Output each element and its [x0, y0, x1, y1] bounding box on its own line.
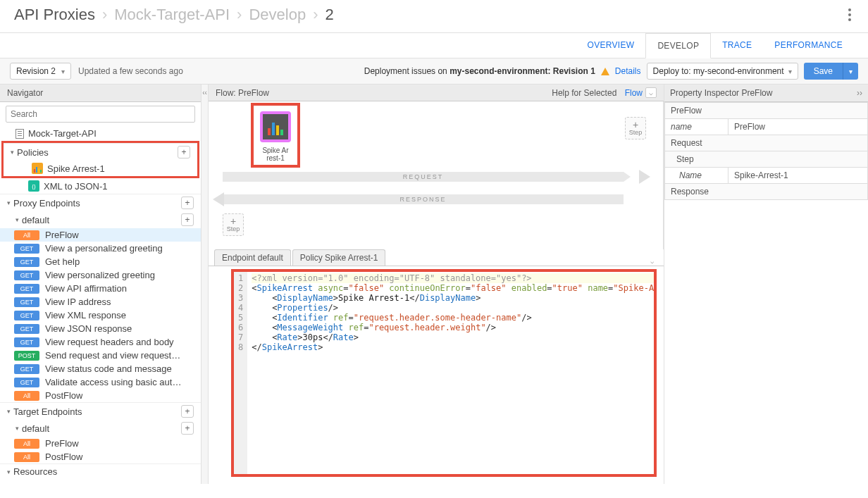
- flow-item[interactable]: AllPreFlow: [0, 437, 201, 450]
- flow-item[interactable]: POSTSend request and view request…: [0, 349, 201, 362]
- flow-label: Send request and view request…: [45, 350, 180, 361]
- expand-inspector-icon[interactable]: ››: [857, 88, 862, 98]
- code-editor[interactable]: 12345678 <?xml version="1.0" encoding="U…: [231, 269, 657, 477]
- nav-section-proxy-endpoints[interactable]: Proxy Endpoints +: [0, 194, 201, 211]
- arrow-right-icon: [639, 170, 650, 184]
- tab-trace[interactable]: TRACE: [711, 33, 763, 58]
- flow-item[interactable]: GETView request headers and body: [0, 335, 201, 349]
- prop-group-response: Response: [665, 184, 868, 200]
- breadcrumb-view[interactable]: Develop: [249, 6, 306, 24]
- flow-label: PreFlow: [45, 438, 79, 449]
- method-badge: GET: [14, 284, 39, 294]
- flow-label: View JSON response: [45, 323, 132, 334]
- method-badge: GET: [14, 337, 39, 347]
- flow-item[interactable]: GETView IP address: [0, 295, 201, 309]
- nav-target-default[interactable]: default +: [0, 420, 201, 437]
- editor-tab-endpoint[interactable]: Endpoint default: [214, 249, 291, 266]
- property-table: PreFlow namePreFlow Request Step NameSpi…: [664, 102, 868, 200]
- breadcrumb-rev: 2: [325, 6, 333, 24]
- flow-item[interactable]: GETView personalized greeting: [0, 268, 201, 282]
- collapse-flow-icon[interactable]: ⌵: [645, 87, 657, 98]
- menu-kebab-icon[interactable]: [845, 6, 854, 24]
- tab-develop[interactable]: DEVELOP: [645, 33, 711, 58]
- navigator-panel: Navigator Mock-Target-API Policies + Spi…: [0, 85, 202, 484]
- search-input[interactable]: [6, 106, 195, 123]
- method-badge: GET: [14, 257, 39, 267]
- flow-item[interactable]: GETView XML response: [0, 309, 201, 322]
- flow-label: PostFlow: [45, 452, 82, 462]
- save-caret-button[interactable]: ▾: [843, 63, 858, 80]
- help-flow-link[interactable]: Flow: [625, 88, 643, 98]
- flow-title: Flow: PreFlow: [216, 88, 269, 98]
- editor-tabs: Endpoint default Policy Spike Arrest-1 ⌵: [209, 249, 664, 266]
- method-badge: GET: [14, 364, 39, 374]
- prop-key-step-name: Name: [665, 168, 728, 184]
- tab-performance[interactable]: PERFORMANCE: [763, 33, 854, 58]
- arrow-left-icon: [213, 192, 224, 206]
- method-badge: GET: [14, 324, 39, 334]
- flow-item[interactable]: GETGet help: [0, 255, 201, 268]
- prop-group-request: Request: [665, 135, 868, 151]
- nav-proxy-default[interactable]: default +: [0, 211, 201, 228]
- prop-val-step-name[interactable]: Spike-Arrest-1: [728, 168, 868, 184]
- page-header: API Proxies › Mock-Target-API › Develop …: [0, 0, 868, 33]
- add-step-request[interactable]: +Step: [625, 117, 646, 139]
- collapse-sidebar-handle[interactable]: ‹‹: [202, 85, 209, 484]
- flow-label: View XML response: [45, 310, 126, 320]
- flow-label: Validate access using basic aut…: [45, 377, 181, 387]
- add-target-flow-button[interactable]: +: [181, 422, 194, 435]
- flow-label: View status code and message: [45, 363, 172, 374]
- prop-val-name[interactable]: PreFlow: [728, 119, 868, 135]
- flow-item[interactable]: GETView JSON response: [0, 322, 201, 335]
- deploy-to-select[interactable]: Deploy to: my-second-environment: [647, 63, 798, 80]
- method-badge: GET: [14, 311, 39, 320]
- policy-node-spike-arrest[interactable]: Spike Ar rest-1: [251, 103, 300, 168]
- help-label: Help for Selected: [552, 88, 616, 98]
- method-badge: All: [14, 230, 39, 240]
- prop-group-preflow: PreFlow: [665, 103, 868, 119]
- navigator-title: Navigator: [0, 85, 201, 102]
- tab-overview[interactable]: OVERVIEW: [576, 33, 646, 58]
- xml-json-icon: {}: [28, 180, 39, 192]
- add-policy-button[interactable]: +: [178, 146, 190, 158]
- nav-section-target-endpoints[interactable]: Target Endpoints +: [0, 402, 201, 420]
- flow-item[interactable]: GETView a personalized greeting: [0, 242, 201, 255]
- nav-policy-xml-json[interactable]: {} XML to JSON-1: [0, 178, 201, 194]
- flow-item[interactable]: GETView API affirmation: [0, 282, 201, 295]
- details-link[interactable]: Details: [615, 66, 641, 76]
- flow-label: PostFlow: [45, 390, 82, 401]
- property-inspector: Property Inspector PreFlow›› PreFlow nam…: [664, 85, 868, 484]
- breadcrumb-proxy[interactable]: Mock-Target-API: [114, 6, 230, 24]
- document-icon: [16, 129, 24, 139]
- revision-select[interactable]: Revision 2: [10, 63, 71, 80]
- nav-section-policies[interactable]: Policies +: [4, 143, 197, 161]
- editor-tab-policy[interactable]: Policy Spike Arrest-1: [292, 249, 386, 266]
- flow-label: View IP address: [45, 297, 111, 307]
- flow-item[interactable]: AllPostFlow: [0, 389, 201, 402]
- editor-collapse-icon[interactable]: ⌵: [647, 256, 657, 266]
- nav-proxy-root[interactable]: Mock-Target-API: [0, 126, 201, 141]
- add-target-endpoint-button[interactable]: +: [181, 405, 194, 418]
- flow-canvas: Spike Ar rest-1 +Step REQUEST RESPONSE +…: [209, 101, 664, 249]
- add-flow-button[interactable]: +: [181, 213, 194, 226]
- nav-policy-spike-arrest[interactable]: Spike Arrest-1: [4, 161, 197, 176]
- method-badge: All: [14, 439, 39, 449]
- breadcrumb-root[interactable]: API Proxies: [14, 6, 95, 24]
- updated-label: Updated a few seconds ago: [78, 66, 183, 76]
- method-badge: GET: [14, 297, 39, 307]
- flow-item[interactable]: AllPreFlow: [0, 228, 201, 242]
- nav-section-resources[interactable]: Resources: [0, 463, 201, 479]
- toolbar: Revision 2 Updated a few seconds ago Dep…: [0, 58, 868, 85]
- flow-header: Flow: PreFlow Help for Selected Flow ⌵: [209, 85, 664, 101]
- flow-item[interactable]: AllPostFlow: [0, 450, 201, 463]
- center-panel: Flow: PreFlow Help for Selected Flow ⌵ S…: [209, 85, 664, 484]
- flow-item[interactable]: GETValidate access using basic aut…: [0, 375, 201, 389]
- prop-key-name: name: [665, 119, 728, 135]
- flow-item[interactable]: GETView status code and message: [0, 362, 201, 375]
- inspector-header: Property Inspector PreFlow››: [664, 85, 868, 102]
- add-step-response[interactable]: +Step: [223, 213, 244, 236]
- flow-label: Get help: [45, 256, 80, 267]
- save-button[interactable]: Save: [804, 63, 843, 80]
- view-tabs: OVERVIEW DEVELOP TRACE PERFORMANCE: [0, 33, 868, 58]
- add-proxy-endpoint-button[interactable]: +: [181, 197, 194, 209]
